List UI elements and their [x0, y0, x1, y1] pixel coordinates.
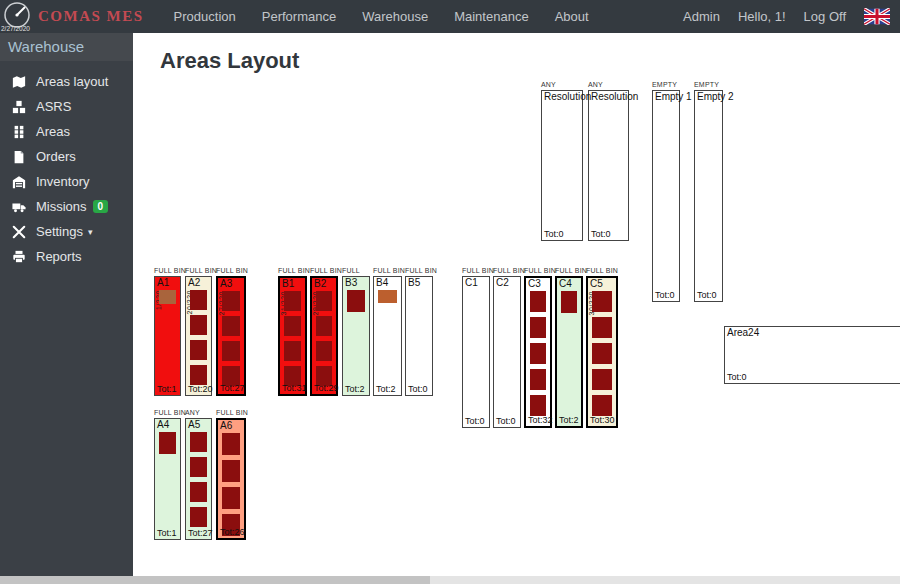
area-A6[interactable]: A6Tot:26	[216, 418, 246, 540]
area-title: Area24	[727, 327, 759, 338]
area-top-label: FULL BIN	[216, 409, 248, 417]
bin	[222, 460, 240, 482]
sidebar-item-areas[interactable]: Areas	[0, 119, 133, 144]
area-title: Empty 2	[697, 91, 734, 102]
bin	[592, 369, 612, 390]
area-top-label: FULL BIN	[493, 267, 525, 275]
area-C5[interactable]: C530/220Tot:30	[586, 276, 618, 428]
brand-title[interactable]: COMAS MES	[38, 8, 144, 25]
area-C1[interactable]: C1Tot:0	[462, 276, 490, 428]
area-A1[interactable]: A11/220Tot:1	[154, 276, 181, 396]
bin-stack	[280, 291, 305, 386]
area-B5[interactable]: B5Tot:0	[405, 276, 433, 396]
bin-stack	[588, 291, 616, 416]
bin	[190, 365, 207, 385]
area-total: Tot:1	[157, 528, 177, 538]
sidebar-item-inventory[interactable]: Inventory	[0, 169, 133, 194]
area-B2[interactable]: B229/220Tot:29	[310, 276, 338, 396]
bin	[530, 291, 546, 312]
area-A4[interactable]: A4Tot:1	[154, 418, 181, 540]
area-title: Empty 1	[655, 91, 692, 102]
missions-count-badge: 0	[93, 200, 109, 213]
area-C4[interactable]: C4Tot:2	[555, 276, 583, 428]
area-A2[interactable]: A220/220Tot:20	[185, 276, 212, 396]
bin	[222, 316, 240, 336]
area-C3[interactable]: C3Tot:32	[524, 276, 552, 428]
area-B1[interactable]: B131/220Tot:31	[278, 276, 307, 396]
bin	[159, 432, 176, 454]
bin-stack	[186, 432, 211, 527]
bin	[284, 291, 301, 311]
top-navbar: 2/27/2020 COMAS MES Production Performan…	[0, 0, 900, 33]
area-title: B3	[345, 277, 357, 288]
area-title: B5	[408, 277, 420, 288]
area-B3[interactable]: B3Tot:2	[342, 276, 370, 396]
area-B4[interactable]: B4Tot:2	[373, 276, 402, 396]
bin	[222, 433, 240, 455]
area-top-label: FULL BIN	[154, 409, 186, 417]
sidebar-item-asrs[interactable]: ASRS	[0, 94, 133, 119]
area-total: Tot:27	[188, 528, 213, 538]
bin-stack	[218, 433, 244, 536]
area-total: Tot:1	[157, 384, 177, 394]
bin	[190, 482, 207, 502]
document-icon	[11, 149, 26, 164]
brand-logo[interactable]: 2/27/2020	[0, 0, 34, 33]
area-A5[interactable]: A5Tot:27	[185, 418, 212, 540]
nav-item-maintenance[interactable]: Maintenance	[454, 9, 528, 24]
bin	[190, 290, 207, 310]
area-total: Tot:2	[345, 384, 365, 394]
logoff-link[interactable]: Log Off	[804, 9, 846, 24]
area-top-label: ANY	[541, 81, 556, 89]
area-top-label: FULL BIN	[216, 267, 248, 275]
bin-stack	[343, 290, 369, 312]
sidebar-item-missions[interactable]: Missions 0	[0, 194, 133, 219]
area-total: Tot:0	[408, 384, 428, 394]
area-title: A5	[188, 419, 200, 430]
area-C2[interactable]: C2Tot:0	[493, 276, 521, 428]
nav-item-production[interactable]: Production	[174, 9, 236, 24]
bin	[190, 315, 207, 335]
sidebar-item-orders[interactable]: Orders	[0, 144, 133, 169]
bin	[159, 290, 176, 304]
nav-item-performance[interactable]: Performance	[262, 9, 336, 24]
admin-link[interactable]: Admin	[683, 9, 720, 24]
area-title: C2	[496, 277, 509, 288]
horizontal-scrollbar[interactable]	[0, 576, 900, 584]
sidebar-item-label: Inventory	[36, 174, 89, 189]
area-Area24[interactable]: Area24Tot:0	[724, 326, 900, 384]
uk-flag-icon[interactable]	[864, 8, 890, 25]
nav-item-about[interactable]: About	[555, 9, 589, 24]
area-title: B1	[282, 278, 294, 289]
area-top-label: FULL BIN	[555, 267, 587, 275]
hello-user-link[interactable]: Hello, 1!	[738, 9, 786, 24]
sidebar-item-settings[interactable]: Settings ▾	[0, 219, 133, 244]
area-total: Tot:26	[220, 527, 245, 537]
bin-stack	[218, 291, 244, 386]
area-total: Tot:30	[590, 415, 615, 425]
area-top-label: EMPTY	[652, 81, 677, 89]
area-top-label: EMPTY	[694, 81, 719, 89]
bin	[284, 316, 301, 336]
sidebar-item-areas-layout[interactable]: Areas layout	[0, 69, 133, 94]
sidebar-item-reports[interactable]: Reports	[0, 244, 133, 269]
area-total: Tot:20	[188, 384, 213, 394]
area-top-label: FULL BIN	[185, 267, 217, 275]
bin	[347, 290, 365, 312]
area-top-label: FULL BIN	[154, 267, 186, 275]
sidebar-item-label: Areas	[36, 124, 70, 139]
area-total: Tot:0	[697, 290, 717, 300]
area-title: A4	[157, 419, 169, 430]
horizontal-scrollbar-thumb[interactable]	[0, 576, 430, 584]
area-Resolution-2[interactable]: ResolutionTot:0	[588, 90, 629, 241]
area-Empty-2[interactable]: Empty 2Tot:0	[694, 90, 723, 302]
area-A3[interactable]: A327/220Tot:27	[216, 276, 246, 396]
area-total: Tot:27	[220, 383, 245, 393]
area-Resolution-1[interactable]: ResolutionTot:0	[541, 90, 583, 241]
area-top-label: FULL BIN	[278, 267, 310, 275]
nav-item-warehouse[interactable]: Warehouse	[362, 9, 428, 24]
area-total: Tot:0	[544, 229, 564, 239]
area-Empty-1[interactable]: Empty 1Tot:0	[652, 90, 680, 302]
sidebar-item-label: Orders	[36, 149, 76, 164]
tools-icon	[11, 224, 26, 239]
